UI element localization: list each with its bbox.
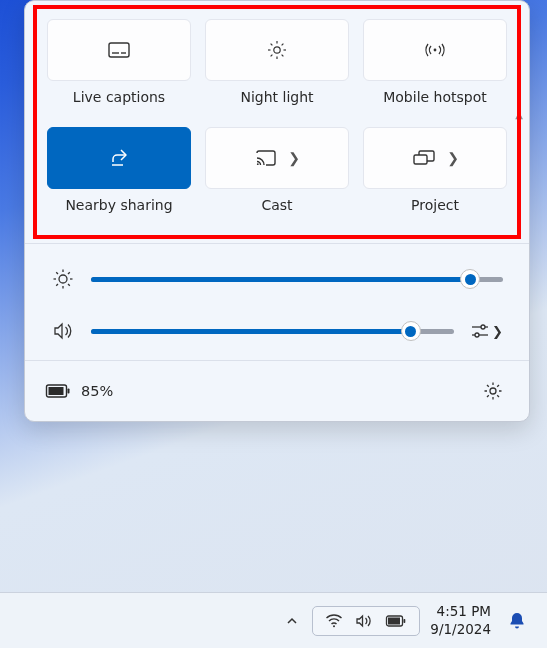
sliders-region: ❯ — [25, 244, 529, 361]
svg-line-24 — [68, 272, 70, 274]
hotspot-icon — [423, 40, 447, 60]
nearby-sharing-button[interactable] — [47, 127, 191, 189]
notifications-button[interactable] — [501, 601, 533, 641]
chevron-right-icon: ❯ — [447, 150, 459, 166]
quick-tiles-region: Live captions Night light — [25, 1, 529, 244]
speaker-icon — [51, 320, 75, 342]
svg-line-11 — [282, 44, 284, 46]
project-icon — [411, 148, 437, 168]
svg-rect-30 — [68, 389, 70, 394]
tiles-scroll-indicator[interactable]: ▲ — [515, 109, 523, 136]
settings-button[interactable] — [477, 375, 509, 407]
tray-overflow-button[interactable] — [278, 601, 306, 641]
sun-icon — [51, 268, 75, 290]
tile-project: ❯ Project — [363, 127, 507, 227]
svg-rect-0 — [109, 43, 129, 57]
cast-button[interactable]: ❯ — [205, 127, 349, 189]
tile-label: Mobile hotspot — [383, 89, 487, 105]
taskbar-clock[interactable]: 4:51 PM 9/1/2024 — [426, 603, 495, 638]
clock-time: 4:51 PM — [437, 603, 491, 621]
svg-point-3 — [274, 47, 280, 53]
battery-icon — [45, 383, 71, 399]
chevron-up-icon — [285, 614, 299, 628]
svg-line-23 — [56, 284, 58, 286]
quick-settings-panel: Live captions Night light — [24, 0, 530, 422]
svg-line-21 — [56, 272, 58, 274]
volume-row: ❯ — [51, 320, 503, 342]
night-light-button[interactable] — [205, 19, 349, 81]
tile-label: Cast — [261, 197, 292, 213]
brightness-slider[interactable] — [91, 269, 503, 289]
tile-label: Night light — [240, 89, 313, 105]
captions-icon — [107, 40, 131, 60]
scroll-dot — [518, 125, 521, 128]
svg-point-33 — [333, 625, 335, 627]
battery-status[interactable]: 85% — [45, 383, 113, 399]
svg-point-28 — [475, 333, 479, 337]
svg-rect-36 — [388, 617, 400, 624]
tile-label: Nearby sharing — [65, 197, 172, 213]
tile-mobile-hotspot: Mobile hotspot — [363, 19, 507, 119]
svg-point-16 — [59, 275, 67, 283]
brightness-row — [51, 268, 503, 290]
svg-rect-31 — [49, 387, 64, 395]
svg-line-9 — [282, 55, 284, 57]
scroll-dot — [518, 133, 521, 136]
svg-line-10 — [271, 55, 273, 57]
share-icon — [108, 147, 130, 169]
svg-line-8 — [271, 44, 273, 46]
volume-slider[interactable] — [91, 321, 454, 341]
project-button[interactable]: ❯ — [363, 127, 507, 189]
audio-output-selector[interactable]: ❯ — [470, 322, 503, 340]
chevron-right-icon: ❯ — [492, 324, 503, 339]
svg-line-22 — [68, 284, 70, 286]
system-tray[interactable] — [312, 606, 420, 636]
svg-rect-15 — [414, 155, 427, 164]
battery-icon — [385, 614, 407, 628]
bell-icon — [507, 611, 527, 631]
speaker-icon — [355, 613, 373, 629]
tile-cast: ❯ Cast — [205, 127, 349, 227]
cast-icon — [254, 148, 278, 168]
svg-point-13 — [257, 163, 259, 165]
tile-nearby-sharing: Nearby sharing — [47, 127, 191, 227]
live-captions-button[interactable] — [47, 19, 191, 81]
clock-date: 9/1/2024 — [430, 621, 491, 639]
svg-point-26 — [481, 325, 485, 329]
svg-point-32 — [490, 388, 496, 394]
battery-percent: 85% — [81, 383, 113, 399]
taskbar: 4:51 PM 9/1/2024 — [0, 592, 547, 648]
tile-night-light: Night light — [205, 19, 349, 119]
svg-rect-35 — [404, 619, 406, 623]
brightness-icon — [266, 39, 288, 61]
tile-label: Project — [411, 197, 459, 213]
mobile-hotspot-button[interactable] — [363, 19, 507, 81]
wifi-icon — [325, 613, 343, 629]
tile-live-captions: Live captions — [47, 19, 191, 119]
tile-label: Live captions — [73, 89, 165, 105]
svg-point-12 — [434, 49, 437, 52]
gear-icon — [483, 381, 503, 401]
mixer-icon — [470, 322, 490, 340]
quick-tiles-grid: Live captions Night light — [47, 19, 507, 227]
panel-footer: 85% — [25, 361, 529, 421]
chevron-right-icon: ❯ — [288, 150, 300, 166]
scroll-up-arrow-icon: ▲ — [515, 109, 523, 120]
